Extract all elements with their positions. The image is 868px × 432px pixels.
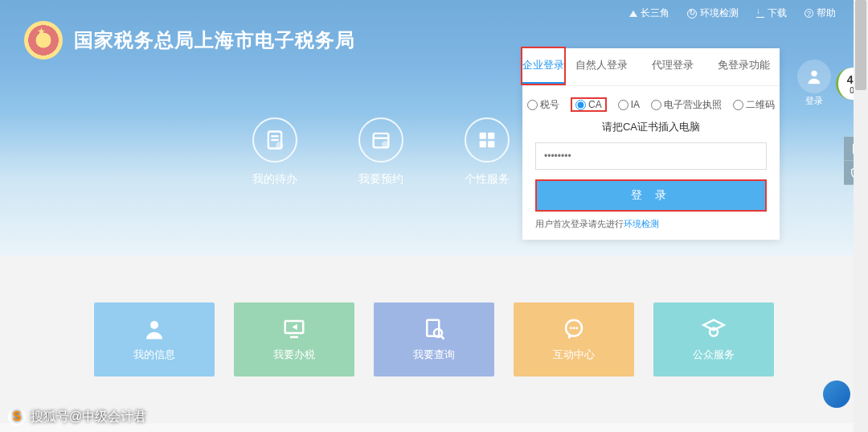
- top-nav: 长三角 环境检测 下载 ?帮助: [629, 6, 836, 20]
- svg-rect-10: [488, 141, 494, 147]
- tile-query[interactable]: 我要查询: [374, 302, 494, 376]
- todo-icon: [264, 129, 286, 151]
- nav-env[interactable]: 环境检测: [687, 6, 739, 20]
- password-input[interactable]: [535, 142, 767, 170]
- scrollbar[interactable]: [854, 0, 868, 432]
- sohu-logo-icon: [8, 408, 26, 426]
- env-check-link[interactable]: 环境检测: [624, 219, 659, 228]
- watermark: 搜狐号@中级会计君: [8, 408, 146, 426]
- radio-qr[interactable]: 二维码: [733, 97, 775, 112]
- service-tiles: 我的信息 我要办税 我要查询 互动中心 公众服务: [0, 256, 868, 423]
- login-panel: 企业登录 自然人登录 代理登录 免登录功能 税号 CA IA 电子营业执照 二维…: [522, 48, 780, 240]
- svg-rect-8: [488, 133, 494, 139]
- login-tabs: 企业登录 自然人登录 代理登录 免登录功能: [522, 48, 780, 86]
- svg-rect-14: [427, 320, 439, 336]
- tax-emblem-icon: [24, 21, 63, 60]
- tab-enterprise[interactable]: 企业登录: [522, 48, 564, 84]
- tile-interact[interactable]: 互动中心: [514, 302, 634, 376]
- scholar-icon: [702, 317, 726, 341]
- login-button[interactable]: 登 录: [537, 181, 765, 210]
- triangle-icon: [629, 10, 637, 17]
- tab-person[interactable]: 自然人登录: [566, 48, 637, 85]
- download-icon: [756, 10, 764, 18]
- radio-ca[interactable]: CA: [575, 99, 602, 110]
- tile-tax[interactable]: 我要办税: [234, 302, 354, 376]
- tab-agent[interactable]: 代理登录: [637, 48, 709, 85]
- radio-elic[interactable]: 电子营业执照: [651, 97, 722, 112]
- svg-rect-7: [480, 133, 486, 139]
- radio-ia[interactable]: IA: [618, 97, 640, 112]
- svg-point-11: [150, 321, 158, 329]
- svg-point-19: [573, 327, 575, 329]
- svg-line-16: [441, 336, 444, 339]
- radio-taxno[interactable]: 税号: [527, 97, 559, 112]
- svg-point-18: [570, 327, 572, 329]
- nav-download[interactable]: 下载: [756, 6, 787, 20]
- nav-csj[interactable]: 长三角: [629, 6, 669, 20]
- svg-point-20: [575, 327, 578, 329]
- svg-point-6: [382, 141, 389, 148]
- login-method-radios: 税号 CA IA 电子营业执照 二维码: [522, 86, 780, 118]
- user-icon: [805, 68, 823, 85]
- search-doc-icon: [422, 317, 446, 341]
- floating-bubble[interactable]: [823, 381, 850, 408]
- grid-icon: [476, 129, 498, 151]
- help-icon: ?: [805, 9, 813, 18]
- nav-help[interactable]: ?帮助: [805, 6, 836, 20]
- svg-point-22: [811, 71, 817, 76]
- recycle-icon: [687, 9, 697, 19]
- user-login-badge[interactable]: 登录: [797, 60, 831, 107]
- nav-todo[interactable]: 我的待办: [252, 117, 297, 187]
- chat-icon: [562, 317, 586, 341]
- site-title: 国家税务总局上海市电子税务局: [74, 27, 355, 53]
- first-login-hint: 用户首次登录请先进行环境检测: [522, 212, 780, 230]
- svg-rect-9: [480, 141, 486, 147]
- tab-free[interactable]: 免登录功能: [708, 48, 780, 85]
- tile-info[interactable]: 我的信息: [94, 302, 215, 376]
- nav-personal[interactable]: 个性服务: [465, 117, 510, 187]
- scroll-thumb[interactable]: [855, 0, 866, 90]
- nav-appoint[interactable]: 我要预约: [358, 117, 403, 187]
- calendar-icon: [370, 129, 392, 151]
- login-instruction: 请把CA证书插入电脑: [522, 120, 780, 134]
- person-icon: [142, 317, 166, 341]
- monitor-icon: [282, 317, 306, 341]
- tile-public[interactable]: 公众服务: [653, 302, 774, 376]
- svg-point-3: [276, 142, 283, 149]
